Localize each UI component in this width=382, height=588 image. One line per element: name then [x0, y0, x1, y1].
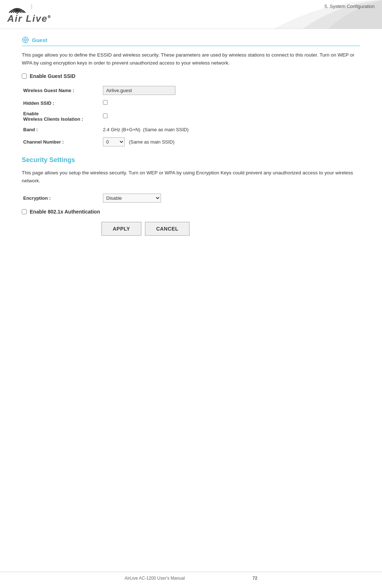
enable-8021x-checkbox[interactable]	[22, 209, 27, 214]
footer-brand: AirLive AC-1200 User's Manual	[125, 576, 185, 581]
table-row: Hidden SSID :	[22, 98, 360, 108]
channel-number-select[interactable]: 0 1 2 3 4 5 6 7 8 9 10 11	[103, 137, 125, 146]
band-label: Band :	[22, 124, 101, 135]
table-row: Encryption : Disable WEP WPA WPA2	[22, 191, 360, 205]
wireless-guest-name-value	[101, 83, 360, 98]
security-description: This page allows you setup the wireless …	[22, 169, 360, 185]
guest-description: This page allows you to define the ESSID…	[22, 51, 360, 67]
chapter-title: 5. System Configuration	[324, 4, 375, 9]
table-row: Wireless Guest Name :	[22, 83, 360, 98]
main-content: Guest This page allows you to define the…	[0, 29, 382, 250]
channel-number-label: Channel Number :	[22, 135, 101, 149]
page-header: │ Air Live® 5. System Configuration	[0, 0, 382, 29]
enable-guest-ssid-checkbox[interactable]	[22, 74, 27, 79]
guest-section-title: Guest	[32, 37, 47, 43]
guest-icon	[22, 36, 29, 44]
hidden-ssid-label: Hidden SSID :	[22, 98, 101, 108]
svg-point-2	[24, 39, 26, 41]
wireless-clients-isolation-value	[101, 108, 360, 124]
security-settings-title: Security Settings	[22, 156, 360, 164]
channel-number-value: 0 1 2 3 4 5 6 7 8 9 10 11 (Same as main …	[101, 135, 360, 149]
enable-8021x-row: Enable 802.1x Authentication	[22, 209, 360, 215]
encryption-label: Encryption :	[22, 191, 101, 205]
table-row: EnableWireless Clients Isolation :	[22, 108, 360, 124]
table-row: Band : 2.4 GHz (B+G+N) (Same as main SSI…	[22, 124, 360, 135]
encryption-value: Disable WEP WPA WPA2	[101, 191, 360, 205]
enable-guest-ssid-label: Enable Guest SSID	[30, 73, 75, 79]
cancel-button[interactable]: CANCEL	[145, 222, 190, 236]
page-footer: AirLive AC-1200 User's Manual 72	[0, 572, 382, 581]
security-form-table: Encryption : Disable WEP WPA WPA2	[22, 191, 360, 205]
wireless-clients-isolation-label: EnableWireless Clients Isolation :	[22, 108, 101, 124]
table-row: Channel Number : 0 1 2 3 4 5 6 7 8 9 10 …	[22, 135, 360, 149]
footer-page-number: 72	[253, 576, 257, 581]
band-value: 2.4 GHz (B+G+N) (Same as main SSID)	[101, 124, 360, 135]
channel-number-note: (Same as main SSID)	[129, 139, 175, 145]
logo: │ Air Live®	[7, 4, 51, 24]
wireless-clients-isolation-checkbox[interactable]	[103, 113, 108, 118]
button-row: APPLY CANCEL	[22, 222, 360, 236]
wireless-guest-name-label: Wireless Guest Name :	[22, 83, 101, 98]
logo-text: Air Live®	[7, 13, 51, 24]
guest-section-header: Guest	[22, 36, 360, 46]
hidden-ssid-value	[101, 98, 360, 108]
enable-8021x-label: Enable 802.1x Authentication	[30, 209, 100, 215]
encryption-select[interactable]: Disable WEP WPA WPA2	[103, 194, 161, 203]
apply-button[interactable]: APPLY	[101, 222, 141, 236]
guest-form-table: Wireless Guest Name : Hidden SSID : Enab…	[22, 83, 360, 149]
hidden-ssid-checkbox[interactable]	[103, 100, 108, 105]
enable-guest-ssid-row: Enable Guest SSID	[22, 73, 360, 79]
wireless-guest-name-input[interactable]	[103, 86, 175, 95]
